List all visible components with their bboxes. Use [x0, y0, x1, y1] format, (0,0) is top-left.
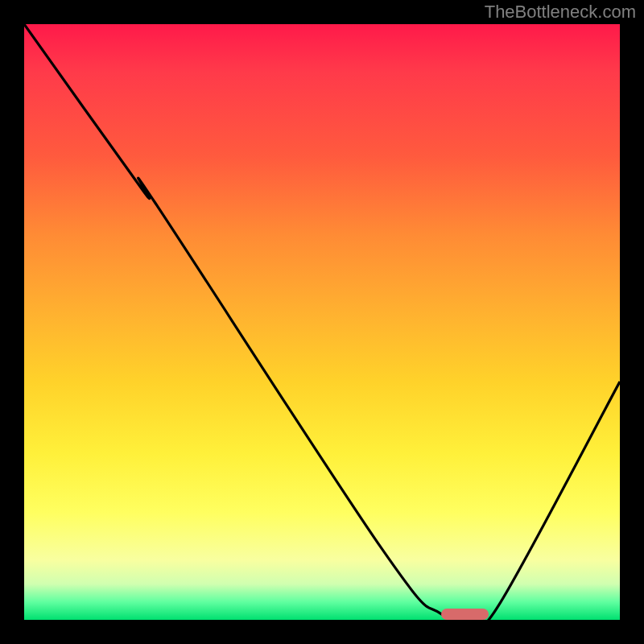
curve-path	[24, 24, 620, 620]
chart-plot-area	[24, 24, 620, 620]
bottleneck-line-chart	[24, 24, 620, 620]
watermark-text: TheBottleneck.com	[485, 2, 636, 23]
optimal-range-marker	[441, 609, 489, 620]
